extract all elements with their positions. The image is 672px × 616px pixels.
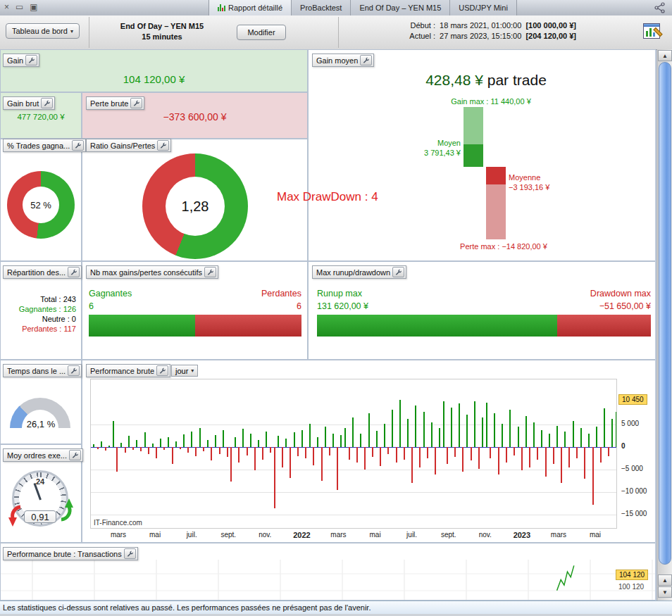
- settings-button[interactable]: [41, 98, 53, 108]
- settings-button[interactable]: [68, 365, 80, 376]
- win-rate-donut: 52 %: [7, 171, 75, 239]
- repartition-perdantes: Perdantes : 117: [4, 324, 76, 334]
- watermark: IT-Finance.com: [94, 519, 142, 527]
- gain-max-bar: [463, 107, 483, 144]
- tab-probacktest[interactable]: ProBacktest: [292, 0, 351, 15]
- orders-gauge-value: 0,91: [24, 510, 56, 523]
- moyen-label: Moyen: [390, 138, 461, 148]
- perf-bar: [498, 447, 499, 474]
- perf-bar: [97, 447, 99, 449]
- perf-bar: [435, 447, 436, 474]
- scroll-up-button-2[interactable]: ▲: [658, 574, 672, 586]
- scroll-up-button[interactable]: ▲: [658, 50, 672, 61]
- perf-bar: [172, 447, 173, 464]
- perf-bar: [321, 447, 323, 481]
- perf-bar: [471, 447, 472, 460]
- settings-button[interactable]: [124, 548, 136, 559]
- perf-bar: [125, 447, 126, 453]
- dashboard-dropdown[interactable]: Tableau de bord ▾: [6, 23, 80, 39]
- perf-bar: [407, 419, 409, 447]
- perf-bar: [404, 447, 405, 460]
- perte-max-label: Perte max : −14 820,00 ¥: [433, 242, 574, 251]
- period-dropdown[interactable]: jour ▾: [171, 365, 198, 377]
- reports-app-icon[interactable]: [643, 22, 661, 42]
- arrow-down-icon: ▼: [662, 589, 668, 596]
- share-icon[interactable]: [654, 2, 666, 13]
- current-info: Actuel : 27 mars 2023, 15:15:00 [204 120…: [352, 31, 576, 42]
- disclaimer-text: Les statistiques ci-dessus sont relative…: [3, 603, 371, 612]
- modify-button[interactable]: Modifier: [237, 25, 286, 40]
- ratio-value: 1,28: [142, 153, 248, 259]
- perf-bar: [545, 447, 547, 477]
- wrench-icon: [127, 550, 133, 558]
- perf-bar: [553, 447, 554, 464]
- wrench-icon: [44, 99, 50, 108]
- x-axis-label: sept.: [220, 531, 236, 539]
- perf-bar: [509, 410, 511, 447]
- panel-label-text: Ratio Gains/Pertes: [90, 142, 155, 150]
- perf-bar: [156, 447, 157, 458]
- gain-moyen-value: 428,48 ¥: [425, 72, 483, 88]
- x-axis-label: sept.: [441, 531, 456, 539]
- close-icon[interactable]: ×: [4, 2, 9, 12]
- panel-label-text: Gain moyen: [316, 56, 358, 65]
- start-capital: [100 000,00 ¥]: [525, 21, 576, 30]
- settings-button[interactable]: [157, 140, 169, 151]
- settings-button[interactable]: [68, 267, 80, 277]
- settings-button[interactable]: [72, 140, 84, 151]
- x-axis-label: juil.: [406, 531, 417, 539]
- perf-bar: [294, 432, 295, 447]
- zoom-icon[interactable]: ▣: [30, 2, 37, 12]
- gridline: [91, 470, 616, 470]
- x-axis-label: mars: [551, 531, 566, 539]
- ratio-donut: 1,28: [142, 153, 248, 259]
- scrollbar-thumb[interactable]: [659, 62, 671, 565]
- perf-bar: [242, 429, 244, 447]
- perf-bar: [600, 447, 602, 463]
- x-axis-label: nov.: [479, 531, 492, 539]
- panel-label-text: Performance brute : Transactions: [7, 550, 122, 558]
- settings-button[interactable]: [156, 365, 168, 376]
- perf-bar: [332, 434, 334, 447]
- minimize-icon[interactable]: ▭: [15, 2, 23, 12]
- perf-bar: [187, 447, 189, 453]
- scroll-down-button[interactable]: ▼: [658, 586, 672, 598]
- perf-bar: [521, 447, 523, 470]
- tab-label: Rapport détaillé: [228, 4, 282, 12]
- x-axis-label: 2023: [514, 531, 530, 539]
- perf-bar: [462, 447, 463, 472]
- settings-button[interactable]: [392, 267, 404, 277]
- perf-bar: [278, 436, 279, 447]
- panel-label-transactions: Performance brute : Transactions: [3, 547, 138, 560]
- perte-max-bar: [486, 184, 506, 239]
- time-in-market-value: 26,1 %: [0, 419, 82, 429]
- wrench-icon: [395, 268, 402, 277]
- max-value-badge: 10 450: [618, 394, 647, 405]
- settings-button[interactable]: [25, 55, 37, 65]
- perf-bar: [140, 447, 142, 451]
- runup-value: 131 620,00 ¥: [317, 301, 368, 311]
- settings-button[interactable]: [69, 450, 81, 460]
- perf-bar: [380, 447, 381, 466]
- max-drawdown-annotation: Max DrawDown : 4: [277, 190, 378, 204]
- runup-green-segment: [317, 315, 557, 337]
- drawdown-label: Drawdown max: [493, 289, 651, 298]
- transactions-axis-label: 100 120: [618, 583, 644, 591]
- perf-bar: [163, 447, 165, 450]
- wrench-icon: [75, 142, 81, 150]
- perf-bar: [344, 428, 346, 447]
- settings-button[interactable]: [204, 267, 216, 277]
- settings-button[interactable]: [360, 55, 372, 65]
- perf-bar: [360, 434, 361, 447]
- perf-bar: [584, 447, 585, 479]
- perf-bar: [556, 426, 558, 447]
- tab-end-of-day-yen-m15[interactable]: End Of Day – YEN M15: [351, 0, 450, 15]
- settings-button[interactable]: [130, 98, 142, 108]
- perf-bar: [529, 447, 530, 467]
- tab-usdjpy-mini[interactable]: USD/JPY Mini: [450, 0, 516, 15]
- perf-bar: [215, 435, 216, 447]
- tab-rapport-detaille[interactable]: Rapport détaillé: [209, 0, 292, 15]
- perf-bar: [132, 447, 134, 450]
- current-label: Actuel :: [409, 32, 435, 40]
- panel-label-temps: Temps dans le ...: [3, 364, 82, 377]
